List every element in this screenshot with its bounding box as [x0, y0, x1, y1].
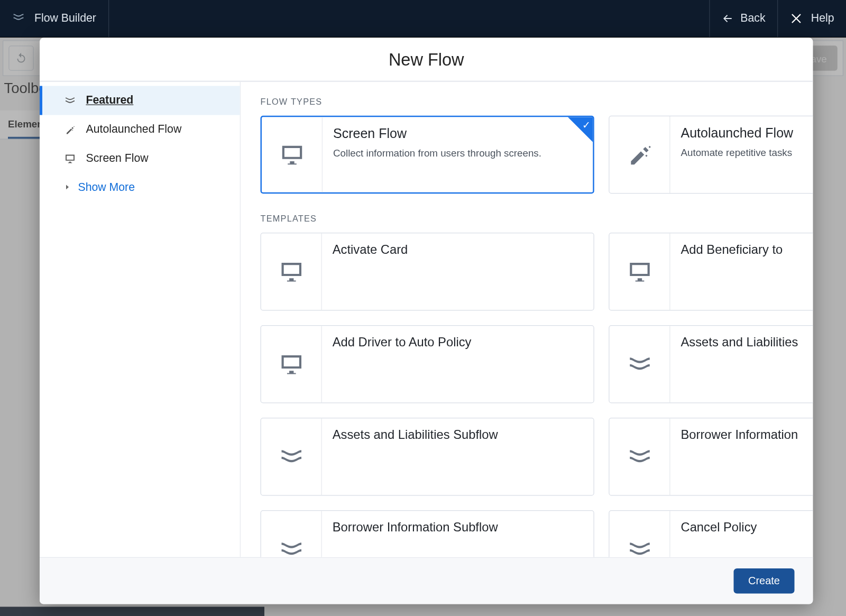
- flow-type-card-autolaunched[interactable]: Autolaunched Flow Automate repetitive ta…: [609, 116, 813, 194]
- chevron-right-icon: [63, 181, 71, 195]
- wand-icon: [610, 116, 670, 193]
- card-title: Screen Flow: [333, 126, 582, 142]
- app-header: Flow Builder Back Help: [0, 0, 846, 38]
- section-flow-types: FLOW TYPES: [261, 97, 794, 107]
- monitor-icon: [261, 233, 322, 310]
- card-title: Borrower Information Subflow: [333, 520, 583, 535]
- template-card[interactable]: Borrower Information: [609, 418, 813, 496]
- flow-types-grid: ✓ Screen Flow Collect information from u…: [261, 116, 794, 194]
- wand-icon: [63, 124, 77, 136]
- card-title: Borrower Information: [681, 428, 813, 443]
- card-desc: Collect information from users through s…: [333, 147, 582, 160]
- flow-icon: [610, 326, 670, 402]
- card-title: Assets and Liabilities Subflow: [333, 428, 583, 443]
- card-title: Add Driver to Auto Policy: [333, 335, 583, 350]
- card-title: Activate Card: [333, 243, 583, 258]
- close-icon: [790, 11, 805, 26]
- card-title: Add Beneficiary to: [681, 243, 813, 258]
- template-card[interactable]: Add Beneficiary to: [609, 233, 813, 311]
- flow-icon: [261, 511, 322, 557]
- flow-icon: [610, 418, 670, 495]
- sidebar-item-screenflow[interactable]: Screen Flow: [40, 144, 240, 173]
- modal-header: New Flow: [40, 38, 813, 81]
- monitor-icon: [610, 233, 670, 310]
- template-card[interactable]: Cancel Policy: [609, 510, 813, 557]
- show-more-label: Show More: [78, 181, 135, 195]
- back-arrow-icon: [722, 13, 734, 25]
- template-card[interactable]: Add Driver to Auto Policy: [261, 325, 594, 403]
- monitor-icon: [261, 326, 322, 402]
- card-title: Cancel Policy: [681, 520, 813, 535]
- modal-main[interactable]: FLOW TYPES ✓ Screen Flow Collect informa…: [241, 82, 813, 557]
- app-title: Flow Builder: [34, 12, 96, 25]
- template-card[interactable]: Borrower Information Subflow: [261, 510, 594, 557]
- template-card[interactable]: Assets and Liabilities Subflow: [261, 418, 594, 496]
- flow-icon: [261, 418, 322, 495]
- modal-title: New Flow: [40, 50, 813, 70]
- flow-type-card-screen-flow[interactable]: ✓ Screen Flow Collect information from u…: [261, 116, 594, 194]
- template-card[interactable]: Assets and Liabilities: [609, 325, 813, 403]
- show-more-link[interactable]: Show More: [40, 173, 240, 203]
- create-button[interactable]: Create: [733, 568, 794, 594]
- sidebar-item-label: Autolaunched Flow: [86, 123, 182, 136]
- monitor-icon: [262, 117, 323, 192]
- flow-icon: [12, 11, 25, 26]
- card-desc: Automate repetitive tasks: [681, 146, 813, 159]
- back-button[interactable]: Back: [710, 0, 777, 37]
- flow-icon: [610, 511, 670, 557]
- sidebar-item-label: Screen Flow: [86, 152, 149, 166]
- monitor-icon: [63, 153, 77, 165]
- card-title: Autolaunched Flow: [681, 126, 813, 141]
- back-label: Back: [740, 12, 765, 25]
- create-label: Create: [748, 575, 780, 586]
- template-card[interactable]: Activate Card: [261, 233, 594, 311]
- sidebar-item-featured[interactable]: Featured: [40, 86, 240, 115]
- new-flow-modal: New Flow Featured Autolaunched Flow: [40, 38, 813, 604]
- section-templates: TEMPLATES: [261, 214, 794, 224]
- sidebar-item-autolaunched[interactable]: Autolaunched Flow: [40, 115, 240, 144]
- templates-grid: Activate CardAdd Beneficiary toAdd Drive…: [261, 233, 794, 557]
- check-icon: ✓: [582, 119, 591, 131]
- flow-icon: [63, 95, 77, 107]
- sidebar-item-label: Featured: [86, 94, 134, 107]
- help-label: Help: [811, 12, 834, 25]
- help-button[interactable]: Help: [777, 0, 846, 37]
- card-title: Assets and Liabilities: [681, 335, 813, 350]
- modal-sidebar: Featured Autolaunched Flow Screen Flow: [40, 82, 241, 557]
- modal-footer: Create: [40, 557, 813, 604]
- app-header-left: Flow Builder: [0, 0, 109, 37]
